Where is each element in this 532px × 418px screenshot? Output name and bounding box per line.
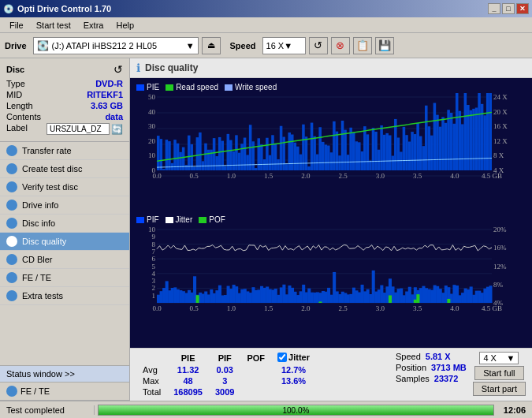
speed-select[interactable]: 16 X ▼ [262,37,306,54]
disc-section-title: Disc [6,65,24,74]
minimize-button[interactable]: _ [488,3,500,14]
disc-info-panel: Disc ↺ Type DVD-R MID RITEKF1 Length 3.6… [0,58,129,142]
col-header-pof: POF [240,352,271,364]
upper-chart-area: PIE Read speed Write speed [133,81,529,212]
app-title: Opti Drive Control 1.70 [17,4,111,13]
disc-mid-label: MID [6,90,22,99]
status-window-button[interactable]: Status window >> [0,366,129,383]
disc-length-row: Length 3.63 GB [6,101,123,110]
upper-chart-canvas [133,93,519,180]
nav-label-transfer-rate: Transfer rate [22,146,72,155]
stats-data-table: PIE PIF POF Jitter [136,352,316,397]
status-section: Status window >> FE / TE [0,365,129,401]
disc-contents-value: data [105,112,123,121]
nav-create-test-disc[interactable]: Create test disc [0,160,129,178]
nav-dot-disc-quality [6,236,17,247]
stats-max-row: Max 48 3 13.6% [136,375,316,386]
nav-drive-info[interactable]: Drive info [0,196,129,215]
drive-select[interactable]: 💽 (J:) ATAPI iHBS212 2 HL05 ▼ [33,37,199,54]
speed-info-label: Speed [396,352,421,361]
disc-info-header: Disc ↺ [6,63,123,76]
nav-dot-create-test-disc [6,163,17,174]
nav-label-disc-info: Disc info [22,218,55,228]
start-part-button[interactable]: Start part [473,382,526,396]
save-button[interactable]: 💾 [375,37,394,54]
nav-extra-tests[interactable]: Extra tests [0,287,129,305]
fe-te-row[interactable]: FE / TE [0,383,129,401]
close-button[interactable]: ✕ [516,3,529,14]
nav-label-disc-quality: Disc quality [22,237,66,246]
start-full-button[interactable]: Start full [474,366,523,380]
legend-jitter: Jitter [166,215,193,224]
lower-chart-canvas [133,226,519,312]
disc-contents-label: Contents [6,112,41,121]
nav-transfer-rate[interactable]: Transfer rate [0,142,129,160]
nav-dot-transfer-rate [6,145,17,156]
nav-label-create-test-disc: Create test disc [22,164,82,174]
legend-jitter-color [166,217,173,223]
nav-label-extra-tests: Extra tests [22,291,63,300]
stats-total-pof [240,386,271,397]
menu-file[interactable]: File [3,19,30,32]
disc-label-value[interactable]: URSZULA_DZ [47,123,110,135]
legend-pof-color [199,217,206,223]
disc-refresh-icon[interactable]: ↺ [113,63,123,76]
nav-disc-quality[interactable]: Disc quality [0,233,129,251]
speed-info-row: Speed 5.81 X [396,352,467,361]
nav-items: Transfer rate Create test disc Verify te… [0,142,129,365]
eject-button[interactable]: ⏏ [202,37,221,54]
nav-disc-info[interactable]: Disc info [0,215,129,233]
stats-total-jitter [271,386,316,397]
nav-cd-bler[interactable]: CD Bler [0,251,129,269]
copy-button[interactable]: 📋 [353,37,372,54]
nav-dot-extra-tests [6,290,17,301]
nav-fe-te[interactable]: FE / TE [0,269,129,287]
title-bar-controls: _ □ ✕ [488,3,529,14]
sidebar: Disc ↺ Type DVD-R MID RITEKF1 Length 3.6… [0,58,130,401]
label-edit-icon[interactable]: 🔄 [111,124,123,135]
legend-pie-color [136,84,144,91]
maximize-button[interactable]: □ [502,3,515,14]
refresh-button[interactable]: ↺ [309,37,328,54]
legend-jitter-label: Jitter [176,215,193,224]
speed-dropdown-value: 4 X [483,353,497,363]
stats-max-pie: 48 [167,375,209,386]
disc-length-value: 3.63 GB [91,101,123,110]
disc-quality-title: Disc quality [145,62,198,73]
fe-te-label: FE / TE [20,386,50,396]
stats-avg-jitter: 12.7% [271,364,316,375]
stats-max-jitter: 13.6% [271,375,316,386]
stats-avg-row: Avg 11.32 0.03 12.7% [136,364,316,375]
nav-label-fe-te: FE / TE [22,273,51,282]
col-header-jitter: Jitter [271,352,316,364]
jitter-checkbox[interactable] [277,353,287,362]
legend-pie: PIE [136,83,159,91]
toolbar: Drive 💽 (J:) ATAPI iHBS212 2 HL05 ▼ ⏏ Sp… [0,33,532,58]
statusbar: Test completed 100.0% 12:06 [0,401,532,418]
disc-quality-header: ℹ Disc quality [130,58,532,78]
disc-type-value: DVD-R [95,79,123,88]
menu-help[interactable]: Help [110,19,140,32]
legend-pif-color [136,217,144,223]
menu-bar: File Start test Extra Help [0,17,532,33]
upper-chart-legend: PIE Read speed Write speed [133,81,529,93]
speed-dropdown[interactable]: 4 X ▼ [479,352,519,364]
status-window-label: Status window >> [6,369,75,379]
erase-button[interactable]: ⊗ [331,37,350,54]
legend-write-label: Write speed [235,83,277,91]
stats-max-pif: 3 [209,375,240,386]
disc-type-row: Type DVD-R [6,79,123,88]
stats-total-label: Total [136,386,167,397]
menu-start-test[interactable]: Start test [30,19,77,32]
menu-extra[interactable]: Extra [77,19,110,32]
position-label: Position [396,363,426,372]
disc-label-label: Label [6,123,28,135]
legend-write-speed: Write speed [225,83,277,91]
disc-length-label: Length [6,101,33,110]
stats-max-label: Max [136,375,167,386]
disc-type-label: Type [6,79,25,88]
nav-verify-test-disc[interactable]: Verify test disc [0,178,129,196]
disc-label-row: Label URSZULA_DZ 🔄 [6,123,123,135]
stats-avg-pof [240,364,271,375]
samples-value: 23372 [434,374,459,383]
